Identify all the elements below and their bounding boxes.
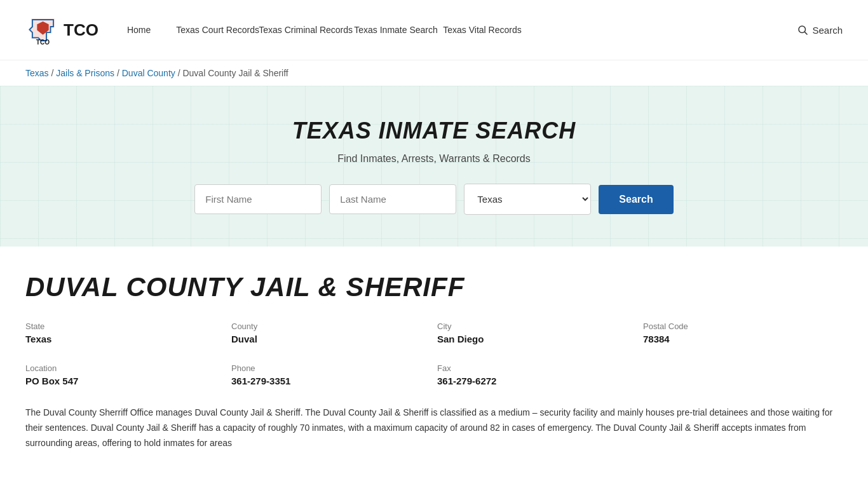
- city-value: San Diego: [437, 334, 637, 344]
- logo-icon: TCO: [25, 13, 60, 48]
- facility-title: DUVAL COUNTY JAIL & SHERIFF: [25, 272, 843, 302]
- nav-criminal-records[interactable]: Texas Criminal Records: [249, 19, 338, 41]
- city-info: City San Diego: [437, 322, 637, 344]
- logo-text: TCO: [64, 20, 98, 40]
- city-label: City: [437, 322, 637, 331]
- nav-search-label: Search: [812, 25, 843, 36]
- state-info: State Texas: [25, 322, 225, 344]
- first-name-input[interactable]: [194, 184, 322, 214]
- breadcrumb-duval[interactable]: Duval County: [122, 68, 175, 78]
- svg-line-4: [805, 32, 808, 34]
- search-form: TexasAlabamaAlaskaArizonaArkansasCalifor…: [25, 184, 843, 215]
- nav-court-records[interactable]: Texas Court Records: [166, 19, 243, 41]
- location-label: Location: [25, 363, 225, 373]
- nav-home[interactable]: Home: [118, 20, 160, 40]
- fax-value: 361-279-6272: [437, 376, 637, 386]
- location-value: PO Box 547: [25, 376, 225, 386]
- search-icon: [797, 24, 808, 36]
- phone-value: 361-279-3351: [231, 376, 431, 386]
- breadcrumb-current: Duval County Jail & Sheriff: [182, 68, 288, 78]
- phone-info: Phone 361-279-3351: [231, 363, 431, 386]
- county-info: County Duval: [231, 322, 431, 344]
- nav-search[interactable]: Search: [797, 24, 843, 36]
- facility-info-row2: Location PO Box 547 Phone 361-279-3351 F…: [25, 363, 843, 386]
- phone-label: Phone: [231, 363, 431, 373]
- fax-label: Fax: [437, 363, 637, 373]
- state-label: State: [25, 322, 225, 331]
- location-info: Location PO Box 547: [25, 363, 225, 386]
- nav-vital-records[interactable]: Texas Vital Records: [433, 19, 510, 41]
- postal-value: 78384: [643, 334, 843, 344]
- facility-description: The Duval County Sherriff Office manages…: [25, 405, 843, 451]
- nav-inmate-search[interactable]: Texas Inmate Search: [344, 19, 427, 41]
- hero-subtitle: Find Inmates, Arrests, Warrants & Record…: [25, 153, 843, 165]
- postal-label: Postal Code: [643, 322, 843, 331]
- breadcrumb-texas[interactable]: Texas: [25, 68, 49, 78]
- county-label: County: [231, 322, 431, 331]
- breadcrumb: Texas / Jails & Prisons / Duval County /…: [0, 60, 868, 86]
- state-value: Texas: [25, 334, 225, 344]
- facility-info-row1: State Texas County Duval City San Diego …: [25, 322, 843, 344]
- fax-info: Fax 361-279-6272: [437, 363, 637, 386]
- main-nav: Home Texas Court Records Texas Criminal …: [118, 19, 843, 41]
- last-name-input[interactable]: [329, 184, 456, 214]
- empty-info: [643, 363, 843, 386]
- header: TCO TCO Home Texas Court Records Texas C…: [0, 0, 868, 60]
- breadcrumb-jails[interactable]: Jails & Prisons: [56, 68, 114, 78]
- hero-section: TEXAS INMATE SEARCH Find Inmates, Arrest…: [0, 86, 868, 247]
- svg-point-3: [799, 26, 806, 33]
- svg-text:TCO: TCO: [36, 39, 50, 46]
- county-value: Duval: [231, 334, 431, 344]
- state-select[interactable]: TexasAlabamaAlaskaArizonaArkansasCalifor…: [464, 184, 591, 215]
- postal-info: Postal Code 78384: [643, 322, 843, 344]
- hero-title: TEXAS INMATE SEARCH: [25, 118, 843, 144]
- logo-link[interactable]: TCO TCO: [25, 13, 98, 48]
- main-content: DUVAL COUNTY JAIL & SHERIFF State Texas …: [0, 247, 868, 470]
- search-button[interactable]: Search: [599, 185, 673, 214]
